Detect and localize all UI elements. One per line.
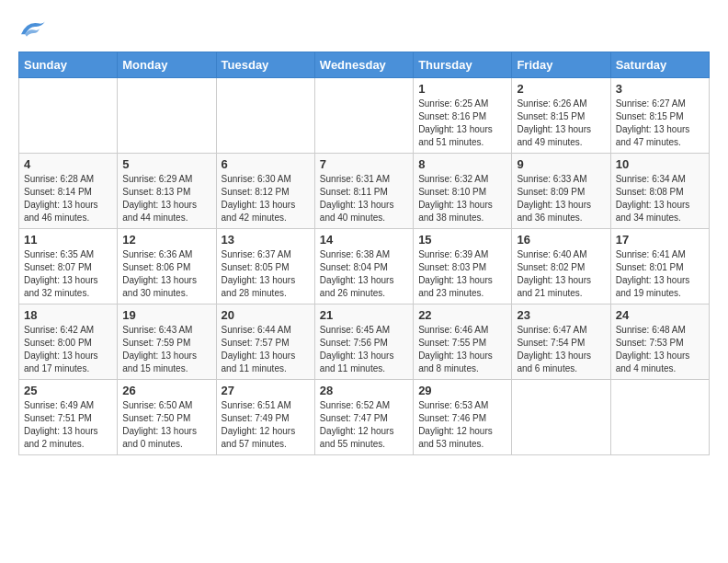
calendar-week-row: 18Sunrise: 6:42 AM Sunset: 8:00 PM Dayli… bbox=[19, 304, 710, 380]
day-number: 29 bbox=[418, 384, 506, 397]
weekday-header-wednesday: Wednesday bbox=[314, 52, 413, 78]
calendar-cell bbox=[512, 380, 610, 455]
calendar-cell: 4Sunrise: 6:28 AM Sunset: 8:14 PM Daylig… bbox=[19, 154, 118, 229]
calendar-week-row: 11Sunrise: 6:35 AM Sunset: 8:07 PM Dayli… bbox=[19, 229, 710, 304]
day-info: Sunrise: 6:50 AM Sunset: 7:50 PM Dayligh… bbox=[122, 399, 210, 451]
calendar-body: 1Sunrise: 6:25 AM Sunset: 8:16 PM Daylig… bbox=[19, 78, 710, 455]
calendar-cell: 24Sunrise: 6:48 AM Sunset: 7:53 PM Dayli… bbox=[610, 304, 709, 380]
calendar-cell bbox=[216, 78, 314, 154]
calendar-cell bbox=[118, 78, 216, 154]
weekday-header-monday: Monday bbox=[118, 52, 216, 78]
calendar-week-row: 4Sunrise: 6:28 AM Sunset: 8:14 PM Daylig… bbox=[19, 154, 710, 229]
weekday-header-thursday: Thursday bbox=[414, 52, 512, 78]
calendar-cell bbox=[19, 78, 118, 154]
calendar-cell: 21Sunrise: 6:45 AM Sunset: 7:56 PM Dayli… bbox=[314, 304, 413, 380]
day-info: Sunrise: 6:25 AM Sunset: 8:16 PM Dayligh… bbox=[418, 98, 506, 149]
day-info: Sunrise: 6:31 AM Sunset: 8:11 PM Dayligh… bbox=[320, 173, 408, 224]
day-info: Sunrise: 6:36 AM Sunset: 8:06 PM Dayligh… bbox=[122, 248, 210, 300]
day-number: 24 bbox=[616, 308, 704, 322]
calendar-cell: 5Sunrise: 6:29 AM Sunset: 8:13 PM Daylig… bbox=[118, 154, 216, 229]
calendar-cell: 13Sunrise: 6:37 AM Sunset: 8:05 PM Dayli… bbox=[216, 229, 314, 304]
day-number: 6 bbox=[222, 157, 310, 171]
calendar-cell: 8Sunrise: 6:32 AM Sunset: 8:10 PM Daylig… bbox=[414, 154, 512, 229]
calendar-week-row: 1Sunrise: 6:25 AM Sunset: 8:16 PM Daylig… bbox=[19, 78, 710, 154]
calendar-cell: 1Sunrise: 6:25 AM Sunset: 8:16 PM Daylig… bbox=[414, 78, 512, 154]
logo bbox=[18, 18, 50, 42]
calendar-cell: 6Sunrise: 6:30 AM Sunset: 8:12 PM Daylig… bbox=[216, 154, 314, 229]
day-info: Sunrise: 6:39 AM Sunset: 8:03 PM Dayligh… bbox=[418, 248, 506, 300]
day-info: Sunrise: 6:40 AM Sunset: 8:02 PM Dayligh… bbox=[517, 248, 605, 300]
calendar-cell: 14Sunrise: 6:38 AM Sunset: 8:04 PM Dayli… bbox=[314, 229, 413, 304]
calendar-cell: 27Sunrise: 6:51 AM Sunset: 7:49 PM Dayli… bbox=[216, 380, 314, 455]
calendar-cell: 17Sunrise: 6:41 AM Sunset: 8:01 PM Dayli… bbox=[610, 229, 709, 304]
day-info: Sunrise: 6:41 AM Sunset: 8:01 PM Dayligh… bbox=[616, 248, 704, 300]
calendar-cell: 19Sunrise: 6:43 AM Sunset: 7:59 PM Dayli… bbox=[118, 304, 216, 380]
weekday-header-friday: Friday bbox=[512, 52, 610, 78]
calendar-cell bbox=[314, 78, 413, 154]
day-info: Sunrise: 6:45 AM Sunset: 7:56 PM Dayligh… bbox=[320, 324, 408, 375]
calendar-table: SundayMondayTuesdayWednesdayThursdayFrid… bbox=[18, 52, 710, 455]
calendar-cell: 15Sunrise: 6:39 AM Sunset: 8:03 PM Dayli… bbox=[414, 229, 512, 304]
day-number: 28 bbox=[320, 384, 408, 397]
day-info: Sunrise: 6:30 AM Sunset: 8:12 PM Dayligh… bbox=[222, 173, 310, 224]
day-number: 9 bbox=[517, 157, 605, 171]
calendar-cell: 10Sunrise: 6:34 AM Sunset: 8:08 PM Dayli… bbox=[610, 154, 709, 229]
calendar-cell bbox=[610, 380, 709, 455]
calendar-cell: 12Sunrise: 6:36 AM Sunset: 8:06 PM Dayli… bbox=[118, 229, 216, 304]
day-number: 3 bbox=[616, 82, 704, 96]
day-number: 11 bbox=[24, 233, 112, 247]
day-info: Sunrise: 6:48 AM Sunset: 7:53 PM Dayligh… bbox=[616, 324, 704, 375]
day-info: Sunrise: 6:33 AM Sunset: 8:09 PM Dayligh… bbox=[517, 173, 605, 224]
day-info: Sunrise: 6:46 AM Sunset: 7:55 PM Dayligh… bbox=[418, 324, 506, 375]
day-info: Sunrise: 6:47 AM Sunset: 7:54 PM Dayligh… bbox=[517, 324, 605, 375]
day-number: 18 bbox=[24, 308, 112, 322]
calendar-week-row: 25Sunrise: 6:49 AM Sunset: 7:51 PM Dayli… bbox=[19, 380, 710, 455]
day-number: 27 bbox=[222, 384, 310, 397]
day-info: Sunrise: 6:43 AM Sunset: 7:59 PM Dayligh… bbox=[122, 324, 210, 375]
day-info: Sunrise: 6:26 AM Sunset: 8:15 PM Dayligh… bbox=[517, 98, 605, 149]
day-info: Sunrise: 6:32 AM Sunset: 8:10 PM Dayligh… bbox=[418, 173, 506, 224]
calendar-cell: 28Sunrise: 6:52 AM Sunset: 7:47 PM Dayli… bbox=[314, 380, 413, 455]
day-number: 12 bbox=[122, 233, 210, 247]
day-number: 1 bbox=[418, 82, 506, 96]
weekday-header-sunday: Sunday bbox=[19, 52, 118, 78]
day-number: 22 bbox=[418, 308, 506, 322]
day-number: 25 bbox=[24, 384, 112, 397]
day-info: Sunrise: 6:49 AM Sunset: 7:51 PM Dayligh… bbox=[24, 399, 112, 451]
calendar-cell: 20Sunrise: 6:44 AM Sunset: 7:57 PM Dayli… bbox=[216, 304, 314, 380]
day-info: Sunrise: 6:37 AM Sunset: 8:05 PM Dayligh… bbox=[222, 248, 310, 300]
day-number: 16 bbox=[517, 233, 605, 247]
day-number: 5 bbox=[122, 157, 210, 171]
day-info: Sunrise: 6:52 AM Sunset: 7:47 PM Dayligh… bbox=[320, 399, 408, 451]
day-info: Sunrise: 6:51 AM Sunset: 7:49 PM Dayligh… bbox=[222, 399, 310, 451]
day-info: Sunrise: 6:35 AM Sunset: 8:07 PM Dayligh… bbox=[24, 248, 112, 300]
calendar-cell: 9Sunrise: 6:33 AM Sunset: 8:09 PM Daylig… bbox=[512, 154, 610, 229]
day-info: Sunrise: 6:44 AM Sunset: 7:57 PM Dayligh… bbox=[222, 324, 310, 375]
calendar-cell: 2Sunrise: 6:26 AM Sunset: 8:15 PM Daylig… bbox=[512, 78, 610, 154]
day-number: 23 bbox=[517, 308, 605, 322]
calendar-cell: 26Sunrise: 6:50 AM Sunset: 7:50 PM Dayli… bbox=[118, 380, 216, 455]
calendar-cell: 3Sunrise: 6:27 AM Sunset: 8:15 PM Daylig… bbox=[610, 78, 709, 154]
day-number: 10 bbox=[616, 157, 704, 171]
day-number: 14 bbox=[320, 233, 408, 247]
day-info: Sunrise: 6:27 AM Sunset: 8:15 PM Dayligh… bbox=[616, 98, 704, 149]
day-number: 17 bbox=[616, 233, 704, 247]
day-info: Sunrise: 6:34 AM Sunset: 8:08 PM Dayligh… bbox=[616, 173, 704, 224]
calendar-cell: 29Sunrise: 6:53 AM Sunset: 7:46 PM Dayli… bbox=[414, 380, 512, 455]
weekday-header-saturday: Saturday bbox=[610, 52, 709, 78]
logo-bird-icon bbox=[18, 18, 46, 39]
calendar-cell: 7Sunrise: 6:31 AM Sunset: 8:11 PM Daylig… bbox=[314, 154, 413, 229]
calendar-cell: 23Sunrise: 6:47 AM Sunset: 7:54 PM Dayli… bbox=[512, 304, 610, 380]
day-number: 21 bbox=[320, 308, 408, 322]
day-number: 13 bbox=[222, 233, 310, 247]
day-number: 4 bbox=[24, 157, 112, 171]
day-info: Sunrise: 6:28 AM Sunset: 8:14 PM Dayligh… bbox=[24, 173, 112, 224]
day-number: 15 bbox=[418, 233, 506, 247]
weekday-header-row: SundayMondayTuesdayWednesdayThursdayFrid… bbox=[19, 52, 710, 78]
day-info: Sunrise: 6:29 AM Sunset: 8:13 PM Dayligh… bbox=[122, 173, 210, 224]
day-info: Sunrise: 6:38 AM Sunset: 8:04 PM Dayligh… bbox=[320, 248, 408, 300]
day-number: 7 bbox=[320, 157, 408, 171]
weekday-header-tuesday: Tuesday bbox=[216, 52, 314, 78]
calendar-header: SundayMondayTuesdayWednesdayThursdayFrid… bbox=[19, 52, 710, 78]
page-header bbox=[18, 18, 710, 42]
